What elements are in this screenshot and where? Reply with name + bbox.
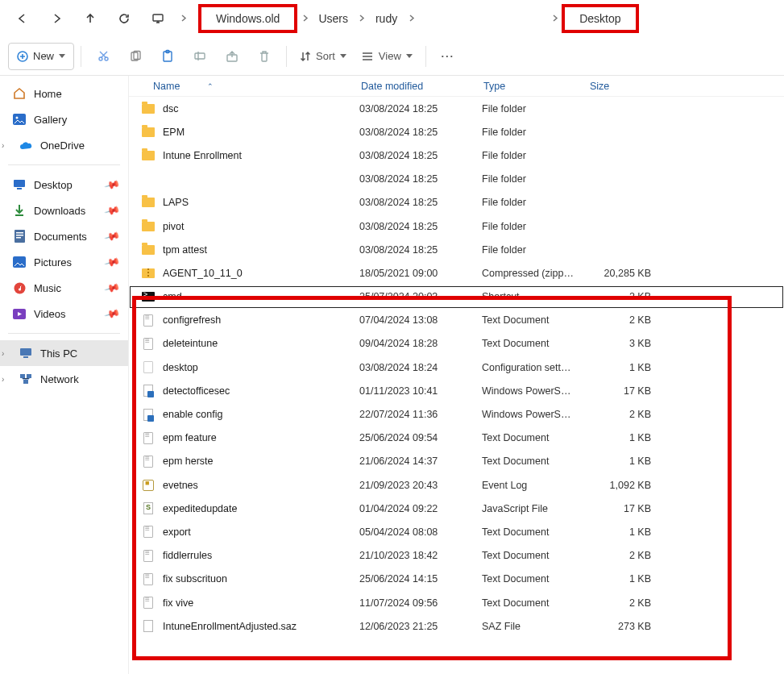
file-row[interactable]: desktop 03/08/2024 18:24 Configuration s… [129,356,784,379]
view-button[interactable]: View [355,43,419,70]
txt-icon [140,572,156,586]
monitor-icon[interactable] [142,5,174,32]
sidebar-item-network[interactable]: › Network [0,366,128,392]
file-name: enable config [163,409,359,420]
file-row[interactable]: expeditedupdate 01/04/2024 09:22 JavaScr… [129,497,784,520]
file-row[interactable]: configrefresh 07/04/2024 13:08 Text Docu… [129,309,784,332]
file-type: Text Document [482,550,588,561]
cut-button[interactable] [88,43,118,70]
file-row[interactable]: tpm attest 03/08/2024 18:25 File folder [129,238,784,261]
chevron-right-icon[interactable] [355,6,369,31]
file-row[interactable]: fiddlerrules 21/10/2023 18:42 Text Docum… [129,544,784,568]
column-date[interactable]: Date modified [361,81,483,92]
downloads-icon [13,204,26,217]
file-row[interactable]: epm feature 25/06/2024 09:54 Text Docume… [129,426,784,450]
file-size: 2 KB [588,597,661,609]
file-row[interactable]: LAPS 03/08/2024 18:25 File folder [129,191,784,214]
more-button[interactable]: ··· [433,43,463,70]
sidebar-item-label: This PC [40,347,77,360]
chevron-down-icon [406,54,413,58]
delete-button[interactable] [249,43,280,70]
sidebar-item-pictures[interactable]: Pictures 📌 [0,249,128,275]
column-name[interactable]: Name [153,81,180,92]
up-button[interactable] [74,5,106,32]
file-row[interactable]: evetnes 21/09/2023 20:43 Event Log 1,092… [129,473,784,497]
file-date: 03/08/2024 18:25 [359,244,482,256]
file-row[interactable]: dsc 03/08/2024 18:25 File folder [129,97,784,120]
file-row[interactable]: export 05/04/2024 08:08 Text Document 1 … [129,520,784,543]
cmd-icon [140,289,156,304]
sidebar-item-downloads[interactable]: Downloads 📌 [0,198,128,223]
column-type[interactable]: Type [483,81,590,92]
sidebar-item-home[interactable]: Home [0,81,128,106]
sidebar-item-onedrive[interactable]: › OneDrive [0,132,128,158]
file-row[interactable]: detectofficesec 01/11/2023 10:41 Windows… [129,379,784,402]
chevron-right-icon[interactable]: › [2,375,10,384]
file-list: Name ⌃ Date modified Type Size dsc 03/08… [129,76,784,674]
paste-button[interactable] [152,43,183,70]
file-row[interactable]: 03/08/2024 18:25 File folder [129,168,784,191]
file-row[interactable]: pivot 03/08/2024 18:25 File folder [129,214,784,238]
file-size: 2 KB [588,409,661,420]
file-name: epm herste [163,456,359,467]
sidebar-item-music[interactable]: Music 📌 [0,275,128,301]
chevron-right-icon[interactable] [297,6,312,31]
chevron-right-icon[interactable] [176,6,190,31]
svg-rect-17 [16,237,21,239]
file-row[interactable]: deleteintune 09/04/2024 18:28 Text Docum… [129,332,784,356]
folder-icon [140,195,156,210]
back-button[interactable] [6,5,39,32]
file-row[interactable]: cmd 25/07/2024 20:03 Shortcut 2 KB [129,285,784,309]
file-name: cmd [163,291,359,302]
file-size: 1 KB [588,573,661,585]
column-headers[interactable]: Name ⌃ Date modified Type Size [129,76,784,97]
share-button[interactable] [217,43,247,70]
file-row[interactable]: EPM 03/08/2024 18:25 File folder [129,120,784,144]
file-date: 21/10/2023 18:42 [359,550,482,561]
chevron-down-icon [340,54,346,58]
breadcrumb-segment[interactable]: Desktop [562,4,638,33]
file-size: 1,092 KB [588,480,661,491]
view-label: View [379,50,401,62]
column-size[interactable]: Size [590,81,662,92]
sidebar-item-label: Pictures [34,256,72,268]
sidebar-item-desktop[interactable]: Desktop 📌 [0,172,128,198]
sort-asc-icon: ⌃ [207,82,214,90]
chevron-right-icon[interactable] [404,6,418,31]
txt-icon [140,596,156,610]
file-type: Text Document [482,432,588,443]
folder-icon [140,219,156,234]
sidebar-item-videos[interactable]: Videos 📌 [0,301,128,327]
rename-button[interactable] [185,43,215,70]
new-button[interactable]: New [8,43,74,70]
copy-button[interactable] [120,43,151,70]
file-row[interactable]: epm herste 21/06/2024 14:37 Text Documen… [129,450,784,473]
forward-button[interactable] [40,5,73,32]
chevron-right-icon[interactable] [547,6,562,31]
breadcrumb-segment[interactable]: Windows.old [198,4,297,33]
sidebar-item-documents[interactable]: Documents 📌 [0,223,128,249]
refresh-button[interactable] [108,5,140,32]
chevron-right-icon[interactable]: › [2,141,10,150]
breadcrumb-segment[interactable]: rudy [369,8,404,29]
sidebar-item-gallery[interactable]: Gallery [0,106,128,132]
file-name: configrefresh [163,314,359,326]
txt-icon [140,313,156,327]
js-icon [140,501,156,516]
file-row[interactable]: enable config 22/07/2024 11:36 Windows P… [129,402,784,426]
sidebar-item-label: Desktop [34,179,73,191]
saz-icon [140,619,156,634]
file-row[interactable]: IntuneEnrollmentAdjusted.saz 12/06/2023 … [129,614,784,638]
file-row[interactable]: Intune Enrollment 03/08/2024 18:25 File … [129,144,784,167]
file-row[interactable]: fix subscrituon 25/06/2024 14:15 Text Do… [129,568,784,591]
file-row[interactable]: fix vive 11/07/2024 09:56 Text Document … [129,591,784,614]
sidebar-item-this pc[interactable]: › This PC [0,340,128,366]
breadcrumb-segment[interactable]: Users [312,8,355,29]
file-row[interactable]: AGENT_10_11_0 18/05/2021 09:00 Compresse… [129,261,784,285]
file-date: 25/06/2024 14:15 [359,573,482,585]
chevron-right-icon[interactable]: › [2,349,10,358]
file-date: 07/04/2024 13:08 [359,314,482,326]
sort-button[interactable]: Sort [293,43,353,70]
txt-icon [140,525,156,539]
sort-label: Sort [316,50,335,62]
